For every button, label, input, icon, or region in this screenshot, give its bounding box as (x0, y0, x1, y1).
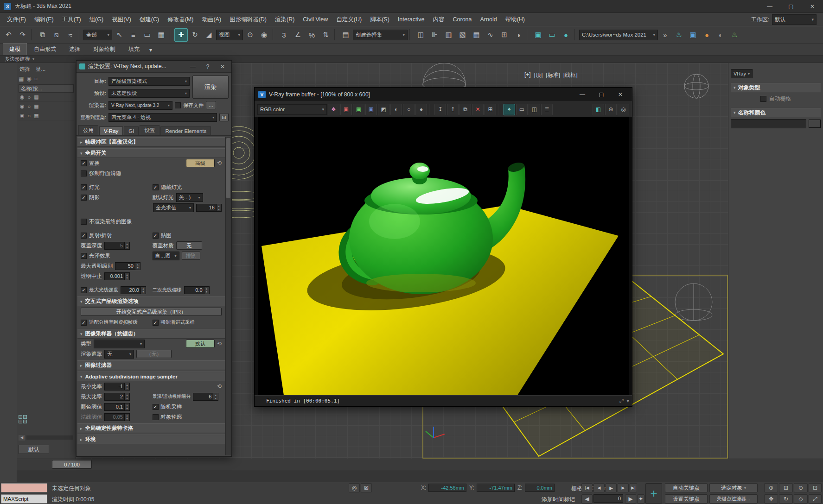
fov-icon[interactable]: ◇ (794, 494, 808, 504)
bind-to-spacewarp-icon[interactable]: ≈ (64, 28, 77, 42)
vfb-save-image-icon[interactable]: ↧ (434, 104, 446, 115)
max-ray-intensity-checkbox[interactable]: ✓ (81, 287, 87, 293)
pan-icon[interactable]: ✥ (764, 494, 778, 504)
mirror-icon[interactable]: ◫ (414, 28, 427, 42)
menu-item-Civil View[interactable]: Civil View (299, 14, 332, 25)
dialog-help-icon[interactable]: ? (202, 63, 214, 70)
vfb-color-correction-icon[interactable]: ◧ (593, 104, 604, 115)
autogrid-checkbox[interactable] (760, 96, 766, 102)
viewport-menu-shading[interactable]: [线框] (563, 71, 578, 79)
ribbon-tab-object-paint[interactable]: 对象绘制 (87, 44, 121, 55)
viewport-menu-style[interactable]: [标准] (546, 71, 560, 79)
snap-toggle-3d-icon[interactable]: 3 (277, 28, 291, 42)
redo-icon[interactable]: ↷ (16, 28, 29, 42)
go-to-start-icon[interactable]: |◀ (581, 483, 593, 492)
x-coordinate-field[interactable]: -42.56mm (428, 484, 466, 492)
dont-render-final-checkbox[interactable] (81, 219, 87, 225)
rollout-global-switches[interactable]: ▾全局开关 (77, 148, 225, 158)
spinner-snap-icon[interactable]: ⇅ (319, 28, 332, 42)
rendered-frame-window-icon[interactable]: ▭ (545, 28, 559, 42)
help-teapot-icon[interactable]: ♨ (728, 28, 741, 42)
rollout-frame-buffer[interactable]: ▸帧缓冲区【高傲汉化】 (77, 137, 225, 147)
set-key-big-button[interactable]: + (645, 483, 662, 504)
tab-gi[interactable]: GI (124, 126, 139, 135)
current-frame-field[interactable]: 0 (593, 494, 623, 503)
selection-lock-icon[interactable]: ⊠ (361, 483, 372, 492)
glossy-effects-checkbox[interactable]: ✓ (81, 253, 87, 259)
window-crossing-icon[interactable]: ▦ (154, 28, 168, 42)
menu-item-内容[interactable]: 内容 (429, 14, 449, 25)
explorer-menu-select[interactable]: 选择 (19, 66, 30, 73)
save-file-checkbox[interactable] (175, 102, 181, 108)
light-eval-subdivs-spinner[interactable]: 16 ▴▾ (196, 204, 222, 212)
zoom-extents-icon[interactable]: ⊙ (794, 483, 808, 492)
start-ipr-button[interactable]: 开始交互式产品级渲染（IPR） (81, 308, 222, 316)
rollout-name-color[interactable]: ▾ 名称和颜色 (731, 108, 821, 117)
explorer-row[interactable]: ◉○▦ (19, 93, 74, 102)
explorer-menu-display[interactable]: 显... (36, 66, 45, 73)
material-editor-icon[interactable]: ◑ (511, 28, 525, 42)
menu-item-修改器(M)[interactable]: 修改器(M) (163, 14, 198, 25)
previous-frame-icon[interactable]: ◀ (581, 494, 593, 504)
orbit-icon[interactable]: ↻ (779, 494, 793, 504)
window-maximize-icon[interactable]: ▢ (780, 0, 802, 13)
lights-checkbox[interactable]: ✓ (81, 184, 87, 190)
displacement-checkbox[interactable]: ✓ (81, 160, 87, 166)
panel-expand-icon[interactable]: ▾ (32, 57, 34, 61)
color-threshold-spinner[interactable]: 0.1 ▴▾ (104, 403, 130, 411)
menu-item-动画(A)[interactable]: 动画(A) (198, 14, 225, 25)
ribbon-tab-freeform[interactable]: 自由形式 (28, 44, 62, 55)
vfb-region-render-icon[interactable]: ▭ (516, 104, 528, 115)
percent-snap-icon[interactable]: % (305, 28, 319, 42)
workspace-combo[interactable]: 默认▾ (772, 14, 817, 25)
explorer-column-header[interactable]: 名称(按... (19, 84, 74, 93)
override-depth-spinner[interactable]: 5 ▴▾ (104, 242, 130, 250)
vfb-ab-compare-icon[interactable]: ◫ (529, 104, 540, 115)
view-to-render-combo[interactable]: 四元菜单 4 - 透视▾ (108, 113, 217, 122)
scroll-left-icon[interactable]: ◀ (19, 435, 25, 441)
toolbar-overflow-icon[interactable]: » (658, 28, 672, 42)
target-combo[interactable]: 产品级渲染模式▾ (108, 77, 190, 86)
vfb-track-mouse-icon[interactable]: ⌖ (504, 104, 515, 115)
play-animation-icon[interactable]: ▶ (606, 483, 617, 492)
lock-view-icon[interactable]: ⊡ (219, 113, 229, 121)
render-mask-combo[interactable]: 无▾ (104, 350, 134, 359)
key-mode-toggle-icon[interactable]: ✦ (637, 494, 644, 504)
light-type-combo[interactable]: VRay▾ (731, 69, 753, 78)
reset-sampler-icon[interactable]: ⟲ (217, 340, 222, 347)
undo-icon[interactable]: ↶ (2, 28, 15, 42)
auto-key-button[interactable]: 自动关键点 (665, 483, 708, 492)
corona-toolbar-icon[interactable]: ● (700, 28, 714, 42)
vfb-monochrome-icon[interactable]: ◐ (390, 104, 402, 115)
zoom-region-icon[interactable]: ⊡ (809, 483, 822, 492)
select-link-icon[interactable]: ⧉ (36, 28, 49, 42)
force-progressive-checkbox[interactable]: ✓ (153, 320, 159, 326)
menu-item-Corona[interactable]: Corona (449, 14, 476, 25)
next-key-icon[interactable]: ▶ (618, 483, 629, 492)
reset-advanced-icon[interactable]: ⟲ (217, 160, 222, 166)
vfb-globe-icon[interactable]: ⊛ (605, 104, 617, 115)
align-icon[interactable]: ⊪ (428, 28, 441, 42)
save-file-browse-button[interactable]: … (206, 101, 216, 109)
angle-snap-icon[interactable]: ∠ (291, 28, 305, 42)
track-bar[interactable] (17, 470, 823, 482)
menu-item-组(G)[interactable]: 组(G) (85, 14, 108, 25)
light-evaluation-combo[interactable]: 全光求值▾ (153, 203, 194, 212)
selection-filter-combo[interactable]: 全部▾ (83, 30, 112, 40)
menu-item-文件(F)[interactable]: 文件(F) (3, 14, 30, 25)
window-minimize-icon[interactable]: — (759, 0, 780, 13)
rollout-image-filter[interactable]: ▸图像过滤器 (77, 360, 225, 370)
render-settings-titlebar[interactable]: 渲染设置: V-Ray Next, update... — ? ✕ (77, 61, 231, 73)
max-transp-spinner[interactable]: 50 ▴▾ (115, 262, 140, 270)
rollout-ipr-options[interactable]: ▾交互式产品级渲染选项 (77, 296, 225, 306)
default-lights-combo[interactable]: 关…)▾ (176, 193, 203, 202)
shadows-checkbox[interactable]: ✓ (81, 195, 87, 201)
ribbon-tab-populate[interactable]: 填充 (122, 44, 146, 55)
renderer-combo[interactable]: V-Ray Next, update 3.2▾ (108, 101, 172, 110)
explorer-tool-icon[interactable]: ▦ (19, 76, 24, 82)
window-close-icon[interactable]: ✕ (802, 0, 823, 13)
select-object-icon[interactable]: ↖ (113, 28, 126, 42)
next-frame-icon[interactable]: ▶ (625, 494, 636, 504)
override-include-combo[interactable]: 自…图▾ (153, 252, 179, 260)
menu-item-图形编辑器(D)[interactable]: 图形编辑器(D) (225, 14, 271, 25)
